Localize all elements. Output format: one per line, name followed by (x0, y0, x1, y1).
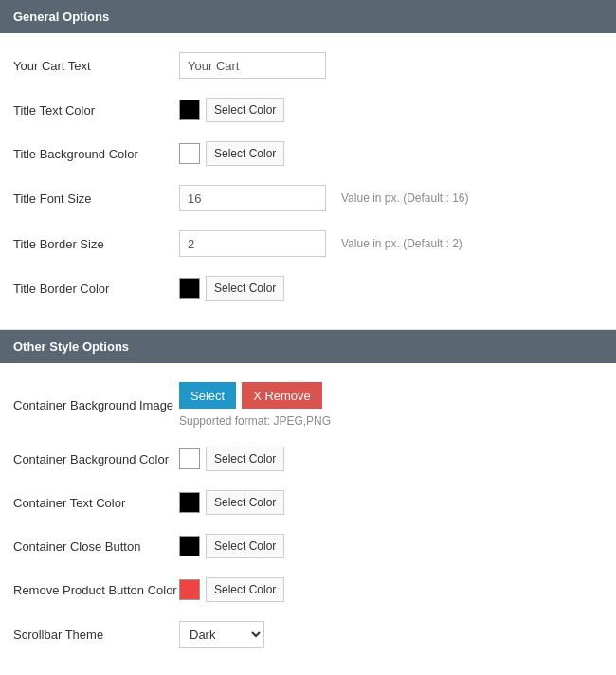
container-text-color-control: Select Color (179, 490, 603, 515)
container-bg-image-row: Container Background Image Select X Remo… (0, 373, 616, 437)
title-text-color-control: Select Color (179, 98, 603, 122)
title-font-size-row: Title Font Size Value in px. (Default : … (0, 175, 616, 221)
title-font-size-hint: Value in px. (Default : 16) (341, 192, 469, 205)
scrollbar-theme-label: Scrollbar Theme (13, 628, 179, 642)
container-bg-color-control: Select Color (179, 447, 603, 471)
remove-product-btn-color-control: Select Color (179, 577, 603, 602)
container-bg-image-format-hint: Supported format: JPEG,PNG (179, 414, 331, 428)
container-bg-image-label: Container Background Image (13, 398, 179, 412)
other-style-options-body: Container Background Image Select X Remo… (0, 363, 616, 675)
container-bg-image-remove-btn[interactable]: X Remove (242, 382, 322, 409)
other-style-options-title: Other Style Options (13, 339, 129, 354)
container-close-btn-row: Container Close Button Select Color (0, 524, 616, 568)
container-bg-color-swatch (179, 448, 200, 469)
general-options-body: Your Cart Text Title Text Color Select C… (0, 33, 616, 329)
title-bg-color-row: Title Background Color Select Color (0, 132, 616, 175)
title-border-size-control: Value in px. (Default : 2) (179, 230, 603, 257)
your-cart-text-control (179, 52, 603, 79)
title-font-size-label: Title Font Size (13, 192, 179, 206)
container-text-color-label: Container Text Color (13, 496, 179, 510)
container-text-color-swatch (179, 492, 200, 513)
title-border-color-control: Select Color (179, 276, 603, 301)
container-close-btn-swatch (179, 536, 200, 556)
page-wrapper: General Options Your Cart Text Title Tex… (0, 0, 616, 675)
container-close-btn-label: Container Close Button (13, 539, 179, 554)
title-text-color-swatch (179, 100, 200, 120)
title-border-color-swatch (179, 278, 200, 299)
title-text-color-label: Title Text Color (13, 103, 179, 118)
container-bg-image-select-btn[interactable]: Select (179, 382, 236, 409)
other-style-options-header: Other Style Options (0, 330, 616, 363)
title-text-color-row: Title Text Color Select Color (0, 88, 616, 132)
image-upload-group: Select X Remove Supported format: JPEG,P… (179, 382, 331, 428)
your-cart-text-input[interactable] (179, 52, 326, 79)
container-bg-color-label: Container Background Color (13, 452, 179, 466)
title-border-size-hint: Value in px. (Default : 2) (341, 237, 462, 250)
title-bg-color-btn[interactable]: Select Color (206, 141, 284, 166)
title-border-size-row: Title Border Size Value in px. (Default … (0, 221, 616, 266)
general-options-header: General Options (0, 0, 616, 33)
title-bg-color-label: Title Background Color (13, 147, 179, 161)
container-close-btn-color-btn[interactable]: Select Color (206, 534, 284, 558)
your-cart-text-row: Your Cart Text (0, 43, 616, 88)
container-bg-color-btn[interactable]: Select Color (206, 447, 284, 471)
container-text-color-btn[interactable]: Select Color (206, 490, 284, 515)
title-font-size-control: Value in px. (Default : 16) (179, 185, 603, 211)
remove-product-btn-color-swatch (179, 579, 200, 600)
title-font-size-input[interactable] (179, 185, 326, 211)
title-bg-color-control: Select Color (179, 141, 603, 166)
image-buttons: Select X Remove (179, 382, 331, 409)
remove-product-btn-color-btn[interactable]: Select Color (206, 577, 284, 602)
container-bg-color-row: Container Background Color Select Color (0, 437, 616, 481)
general-options-title: General Options (13, 9, 109, 24)
scrollbar-theme-control: Dark Light Default (179, 621, 603, 648)
title-text-color-btn[interactable]: Select Color (206, 98, 284, 122)
remove-product-btn-color-label: Remove Product Button Color (13, 583, 179, 597)
your-cart-text-label: Your Cart Text (13, 59, 179, 73)
container-bg-image-control: Select X Remove Supported format: JPEG,P… (179, 382, 603, 428)
title-border-color-label: Title Border Color (13, 282, 179, 296)
remove-product-btn-color-row: Remove Product Button Color Select Color (0, 568, 616, 611)
title-border-size-input[interactable] (179, 230, 326, 257)
title-border-size-label: Title Border Size (13, 237, 179, 251)
container-close-btn-control: Select Color (179, 534, 603, 558)
scrollbar-theme-select[interactable]: Dark Light Default (179, 621, 264, 648)
title-border-color-row: Title Border Color Select Color (0, 266, 616, 310)
title-border-color-btn[interactable]: Select Color (206, 276, 284, 301)
container-text-color-row: Container Text Color Select Color (0, 481, 616, 524)
title-bg-color-swatch (179, 143, 200, 164)
scrollbar-theme-row: Scrollbar Theme Dark Light Default (0, 611, 616, 657)
